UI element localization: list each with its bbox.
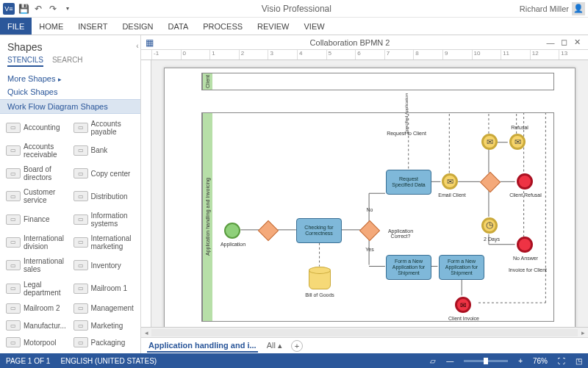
task-form-new-2[interactable]: Form a New Application for Shipment [439,255,484,280]
shape-item[interactable]: ▭Copy center [72,163,137,184]
email-client-label: Email Client [430,192,474,198]
scroll-left-icon[interactable]: ◂ [141,329,151,336]
restore-doc-button[interactable]: ◻ [557,37,570,48]
shape-label: Management [91,304,134,312]
subtab-search[interactable]: SEARCH [52,56,83,67]
shape-item[interactable]: ▭Board of directors [4,163,69,184]
shape-item[interactable]: ▭International sales [4,255,69,276]
status-bar: PAGE 1 OF 1 ENGLISH (UNITED STATES) ▱ — … [0,353,588,368]
shape-item[interactable]: ▭Customer service [4,186,69,207]
shape-icon: ▭ [74,191,88,201]
shape-item[interactable]: ▭Management [72,300,137,316]
task-request[interactable]: Request Specified Data [386,170,431,195]
zoom-slider[interactable] [464,360,508,362]
scroll-right-icon[interactable]: ▸ [578,329,588,336]
save-icon[interactable]: 💾 [18,3,29,15]
end-no-answer[interactable] [517,237,533,253]
user-name[interactable]: Richard Miller [520,4,569,13]
zoom-out-button[interactable]: — [446,357,453,365]
shape-label: Copy center [91,170,131,178]
end-client-refusal[interactable] [517,173,533,190]
ribbon-tabs: FILE HOME INSERT DESIGN DATA PROCESS REV… [0,18,588,35]
shape-item[interactable]: ▭Bank [72,140,137,161]
shape-item[interactable]: ▭Inventory [72,255,137,276]
shape-item[interactable]: ▭Accounts receivable [4,140,69,161]
pool-application[interactable]: Application handling and Invoicing [201,112,554,322]
shape-item[interactable]: ▭Mailroom 2 [4,300,69,316]
shape-icon: ▭ [74,123,88,133]
task-form-new-1[interactable]: Form a New Application for Shipment [386,255,431,280]
tab-file[interactable]: FILE [0,18,32,35]
pool-client[interactable]: Client [201,73,554,90]
gateway-event[interactable] [480,172,501,192]
data-bill-goods[interactable] [309,269,331,289]
presentation-mode-icon[interactable]: ▱ [430,357,436,365]
start-label: Application [211,242,255,247]
close-doc-button[interactable]: ✕ [570,37,584,48]
fit-page-icon[interactable]: ⛶ [558,357,565,365]
tab-design[interactable]: DESIGN [115,18,160,35]
shape-item[interactable]: ▭Accounts payable [72,117,137,138]
zoom-in-button[interactable]: + [518,357,523,365]
gateway-1[interactable] [258,220,279,241]
shape-item[interactable]: ▭Information systems [72,209,137,230]
client-invoice-label: Client Invoice [442,316,486,321]
redo-icon[interactable]: ↷ [47,3,59,15]
all-pages-tab[interactable]: All ▴ [267,341,282,350]
shape-icon: ▭ [74,284,88,294]
shape-item[interactable]: ▭Legal department [4,278,69,299]
end-client-invoice[interactable] [455,297,471,313]
drawing-page[interactable]: Client Application handling and Invoicin… [164,68,576,327]
tab-insert[interactable]: INSERT [71,18,115,35]
shape-label: International division [24,234,68,250]
shape-label: Board of directors [24,165,68,181]
tab-view[interactable]: VIEW [296,18,331,35]
more-shapes-link[interactable]: More Shapes▸ [0,71,140,86]
shape-icon: ▭ [6,191,21,201]
shape-item[interactable]: ▭Mailroom 1 [72,278,137,299]
shape-label: Motorpool [24,339,56,347]
shape-item[interactable]: ▭Packaging [72,335,137,350]
tab-review[interactable]: REVIEW [250,18,296,35]
horizontal-scrollbar[interactable]: ◂ ▸ [141,327,588,337]
tab-data[interactable]: DATA [161,18,196,35]
status-language[interactable]: ENGLISH (UNITED STATES) [60,357,157,365]
shape-item[interactable]: ▭Marketing [72,317,137,333]
pan-zoom-icon[interactable]: ◳ [576,357,582,365]
avatar-icon[interactable]: 👤 [572,2,585,15]
event-refusal-msg[interactable] [509,134,526,150]
shape-item[interactable]: ▭Accounting [4,117,69,138]
shape-icon: ▭ [6,168,21,178]
pool-client-label: Client [202,73,212,90]
page-tab[interactable]: Application handling and i... [147,339,258,353]
shape-item[interactable]: ▭International marketing [72,231,137,253]
subtab-stencils[interactable]: STENCILS [7,56,43,67]
shape-icon: ▭ [74,260,88,270]
shape-icon: ▭ [74,303,88,314]
shape-label: Customer service [24,188,68,204]
task-check[interactable]: Checking for Correctness [296,218,342,243]
start-event[interactable] [224,223,240,239]
undo-icon[interactable]: ↶ [32,3,44,15]
event-request-msg[interactable] [481,134,498,150]
minimize-doc-button[interactable]: — [544,37,557,48]
tab-home[interactable]: HOME [32,18,71,35]
quick-shapes-link[interactable]: Quick Shapes [0,86,140,99]
shape-icon: ▭ [74,145,88,156]
shape-item[interactable]: ▭Manufactur... [4,317,69,333]
shape-item[interactable]: ▭Motorpool [4,335,69,350]
shape-item[interactable]: ▭Distribution [72,186,137,207]
event-timer-2days[interactable] [481,217,498,234]
add-page-button[interactable]: + [291,340,303,352]
event-email-client[interactable] [442,173,458,190]
shape-item[interactable]: ▭Finance [4,209,69,230]
qat-dropdown-icon[interactable]: ▾ [62,3,74,15]
tab-process[interactable]: PROCESS [196,18,250,35]
canvas[interactable]: Client Application handling and Invoicin… [151,60,588,327]
zoom-level[interactable]: 76% [533,357,548,365]
shape-label: Bank [91,146,108,154]
collapse-shapes-icon[interactable]: ‹ [134,40,141,51]
stencil-header[interactable]: Work Flow Diagram Shapes [0,99,140,114]
gateway-correct[interactable] [359,220,380,241]
shape-item[interactable]: ▭International division [4,231,69,253]
